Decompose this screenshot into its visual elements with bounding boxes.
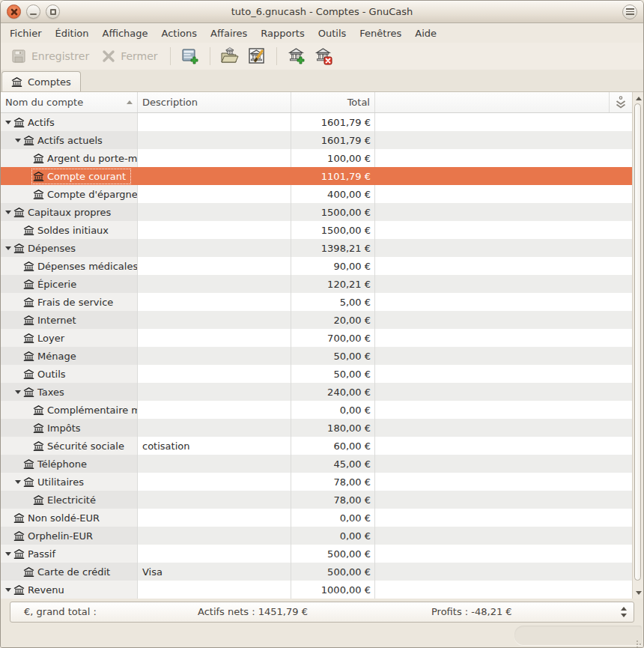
account-row[interactable]: Revenu 1000,00 € <box>1 581 632 599</box>
account-name-cell[interactable]: Loyer <box>1 329 138 347</box>
expander-icon[interactable] <box>13 390 22 394</box>
close-window-button[interactable] <box>7 4 21 19</box>
account-row[interactable]: Capitaux propres 1500,00 € <box>1 203 632 221</box>
account-description-cell[interactable] <box>138 149 291 167</box>
account-row[interactable]: Loyer 700,00 € <box>1 329 632 347</box>
vertical-scrollbar[interactable] <box>632 92 643 599</box>
account-description-cell[interactable] <box>138 221 291 239</box>
account-description-cell[interactable] <box>138 329 291 347</box>
account-description-cell[interactable] <box>138 527 291 545</box>
account-row[interactable]: Internet 20,00 € <box>1 311 632 329</box>
account-row[interactable]: Sécurité sociale cotisation 60,00 € <box>1 437 632 455</box>
account-name-cell[interactable]: Frais de service <box>1 293 138 311</box>
minimize-window-button[interactable] <box>26 4 40 19</box>
account-name-cell[interactable]: Dépenses <box>1 239 138 257</box>
account-name-cell[interactable]: Ménage <box>1 347 138 365</box>
account-description-cell[interactable] <box>138 239 291 257</box>
account-description-cell[interactable] <box>138 491 291 509</box>
account-row[interactable]: Soldes initiaux 1500,00 € <box>1 221 632 239</box>
account-row[interactable]: Ménage 50,00 € <box>1 347 632 365</box>
account-name-cell[interactable]: Compte courant <box>1 167 138 185</box>
account-description-cell[interactable] <box>138 293 291 311</box>
account-name-cell[interactable]: Actifs actuels <box>1 131 138 149</box>
account-description-cell[interactable]: Visa <box>138 563 291 581</box>
account-name-cell[interactable]: Argent du porte-mo <box>1 149 138 167</box>
menu-fenetres[interactable]: Fenêtres <box>353 25 408 42</box>
account-name-cell[interactable]: Electricité <box>1 491 138 509</box>
scroll-up-button[interactable] <box>633 93 643 103</box>
account-name-cell[interactable]: Complémentaire m <box>1 401 138 419</box>
account-description-cell[interactable] <box>138 419 291 437</box>
window-menu-button[interactable] <box>622 4 637 19</box>
account-name-cell[interactable]: Téléphone <box>1 455 138 473</box>
account-row[interactable]: Electricité 78,00 € <box>1 491 632 509</box>
account-name-cell[interactable]: Taxes <box>1 383 138 401</box>
account-row[interactable]: Taxes 240,00 € <box>1 383 632 401</box>
column-header-name[interactable]: Nom du compte <box>1 92 138 112</box>
account-row[interactable]: Argent du porte-mo 100,00 € <box>1 149 632 167</box>
account-description-cell[interactable] <box>138 545 291 563</box>
account-name-cell[interactable]: Actifs <box>1 113 138 131</box>
account-description-cell[interactable] <box>138 311 291 329</box>
account-description-cell[interactable] <box>138 401 291 419</box>
account-name-cell[interactable]: Dépenses médicales <box>1 257 138 275</box>
account-row[interactable]: Compte d'épargne 400,00 € <box>1 185 632 203</box>
expander-icon[interactable] <box>13 480 22 484</box>
account-name-cell[interactable]: Internet <box>1 311 138 329</box>
account-row[interactable]: Orphelin-EUR 0,00 € <box>1 527 632 545</box>
account-name-cell[interactable]: Carte de crédit <box>1 563 138 581</box>
column-header-total[interactable]: Total <box>291 92 375 112</box>
resize-grip[interactable] <box>634 638 641 645</box>
account-description-cell[interactable] <box>138 257 291 275</box>
account-name-cell[interactable]: Outils <box>1 365 138 383</box>
expander-icon[interactable] <box>4 552 13 556</box>
account-description-cell[interactable] <box>138 131 291 149</box>
close-tab-button[interactable]: Fermer <box>96 47 162 65</box>
account-description-cell[interactable] <box>138 383 291 401</box>
menu-aide[interactable]: Aide <box>408 25 443 42</box>
account-name-cell[interactable]: Compte d'épargne <box>1 185 138 203</box>
account-name-cell[interactable]: Passif <box>1 545 138 563</box>
account-description-cell[interactable] <box>138 113 291 131</box>
account-description-cell[interactable] <box>138 473 291 491</box>
account-name-cell[interactable]: Impôts <box>1 419 138 437</box>
account-description-cell[interactable] <box>138 455 291 473</box>
account-description-cell[interactable] <box>138 185 291 203</box>
expander-icon[interactable] <box>4 588 13 592</box>
account-name-cell[interactable]: Soldes initiaux <box>1 221 138 239</box>
account-name-cell[interactable]: Non soldé-EUR <box>1 509 138 527</box>
menu-edition[interactable]: Édition <box>49 25 96 42</box>
maximize-window-button[interactable] <box>46 4 60 19</box>
column-header-description[interactable]: Description <box>138 92 291 112</box>
open-register-button[interactable] <box>177 44 203 68</box>
account-row[interactable]: Actifs 1601,79 € <box>1 113 632 131</box>
expander-icon[interactable] <box>4 246 13 250</box>
expander-icon[interactable] <box>4 211 13 214</box>
expander-icon[interactable] <box>13 139 22 142</box>
account-row[interactable]: Épicerie 120,21 € <box>1 275 632 293</box>
account-description-cell[interactable] <box>138 203 291 221</box>
account-description-cell[interactable] <box>138 365 291 383</box>
account-row[interactable]: Carte de crédit Visa 500,00 € <box>1 563 632 581</box>
delete-account-button[interactable] <box>311 44 336 68</box>
account-row[interactable]: Téléphone 45,00 € <box>1 455 632 473</box>
account-description-cell[interactable] <box>138 347 291 365</box>
scroll-down-button[interactable] <box>633 587 643 598</box>
account-name-cell[interactable]: Revenu <box>1 581 138 599</box>
account-row[interactable]: Outils 50,00 € <box>1 365 632 383</box>
account-row[interactable]: Utilitaires 78,00 € <box>1 473 632 491</box>
account-name-cell[interactable]: Sécurité sociale <box>1 437 138 455</box>
account-name-cell[interactable]: Capitaux propres <box>1 203 138 221</box>
account-row[interactable]: Non soldé-EUR 0,00 € <box>1 509 632 527</box>
account-row[interactable]: Impôts 180,00 € <box>1 419 632 437</box>
account-name-cell[interactable]: Épicerie <box>1 275 138 293</box>
account-row[interactable]: Frais de service 5,00 € <box>1 293 632 311</box>
account-description-cell[interactable]: cotisation <box>138 437 291 455</box>
account-description-cell[interactable] <box>138 167 291 185</box>
account-name-cell[interactable]: Utilitaires <box>1 473 138 491</box>
account-row[interactable]: Actifs actuels 1601,79 € <box>1 131 632 149</box>
edit-account-button[interactable] <box>244 44 270 68</box>
column-options-button[interactable] <box>610 92 632 112</box>
scrollbar-thumb[interactable] <box>634 103 641 581</box>
menu-actions[interactable]: Actions <box>155 25 204 42</box>
